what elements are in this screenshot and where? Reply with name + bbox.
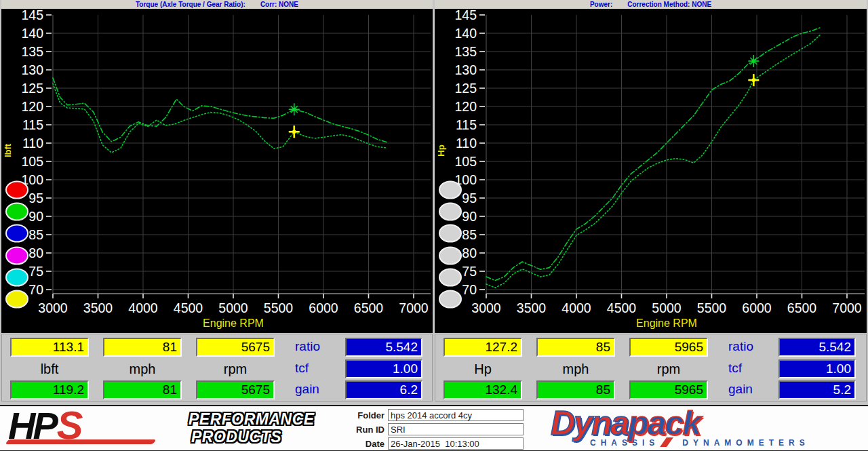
y-tick-label: 130 bbox=[21, 62, 43, 77]
unit-label-lbft: lbft bbox=[10, 361, 89, 377]
run-power-value: 132.4 bbox=[443, 380, 522, 399]
dynapack-slash-icon bbox=[660, 437, 673, 447]
gain-label: gain bbox=[728, 382, 753, 397]
channel-button[interactable] bbox=[6, 225, 28, 242]
y-tick-label: 140 bbox=[454, 26, 477, 41]
grid-lines bbox=[486, 15, 865, 294]
y-tick-label: 135 bbox=[454, 44, 477, 59]
dynapack-logo: Dynapack CHASSISDYNAMOMETERS bbox=[551, 406, 856, 448]
gain-value: 6.2 bbox=[345, 380, 422, 399]
x-tick-label: 4000 bbox=[128, 300, 158, 315]
tcf-value: 1.00 bbox=[778, 359, 856, 378]
dynapack-wordmark: Dynapack bbox=[551, 406, 856, 440]
cursor-rpm-value: 5965 bbox=[629, 338, 708, 357]
channel-button[interactable] bbox=[439, 182, 461, 199]
run-rpm-value: 5965 bbox=[629, 380, 708, 399]
y-tick-label: 130 bbox=[454, 62, 477, 77]
dynapack-pack-text: pack bbox=[628, 404, 700, 442]
channel-button[interactable] bbox=[6, 291, 28, 308]
x-axis-ticks: 300035004000450050005500600065007000 bbox=[471, 294, 862, 315]
power-chart-title: Power: bbox=[590, 1, 612, 8]
channel-button[interactable] bbox=[439, 203, 461, 220]
y-tick-label: 75 bbox=[28, 264, 43, 279]
ratio-label: ratio bbox=[728, 339, 753, 354]
torque-chart-titlebar: Torque (Axle Torque / Gear Ratio):Corr: … bbox=[1, 0, 433, 9]
y-axis-title: Hp bbox=[436, 144, 446, 156]
dynapack-dynamometers-text: DYNAMOMETERS bbox=[682, 438, 809, 448]
x-tick-label: 4500 bbox=[174, 300, 203, 315]
x-tick-label: 6500 bbox=[354, 300, 384, 315]
y-tick-label: 140 bbox=[21, 26, 43, 41]
folder-input[interactable] bbox=[388, 409, 524, 421]
channel-button[interactable] bbox=[439, 248, 461, 264]
unit-label-mph: mph bbox=[103, 361, 182, 377]
run-speed-value: 81 bbox=[103, 380, 182, 399]
y-tick-label: 105 bbox=[21, 154, 43, 169]
y-tick-label: 105 bbox=[454, 154, 477, 169]
date-label: Date bbox=[342, 439, 384, 449]
date-input[interactable] bbox=[388, 437, 524, 450]
torque-readout-panel: 113.1 81 5675 lbft mph rpm 119.2 81 5675… bbox=[1, 334, 433, 401]
x-tick-label: 3500 bbox=[83, 300, 113, 315]
x-tick-label: 6000 bbox=[309, 300, 338, 315]
y-tick-label: 85 bbox=[28, 227, 43, 242]
hps-performance-text: PERFORMANCE bbox=[189, 410, 315, 428]
channel-button[interactable] bbox=[439, 291, 461, 308]
run-rpm-value: 5675 bbox=[196, 380, 275, 399]
gain-value: 5.2 bbox=[778, 380, 856, 399]
power-run-dashdot bbox=[486, 28, 820, 281]
ratio-value: 5.542 bbox=[778, 338, 856, 357]
folder-label: Folder bbox=[342, 410, 384, 420]
y-tick-label: 120 bbox=[454, 99, 477, 114]
channel-button[interactable] bbox=[439, 225, 461, 242]
y-tick-label: 125 bbox=[454, 81, 477, 96]
branding-bar: HPS PERFORMANCE PRODUCTS Folder Run ID D… bbox=[0, 405, 868, 451]
cursor-rpm-value: 5675 bbox=[196, 338, 275, 357]
channel-button[interactable] bbox=[6, 269, 28, 286]
channel-button[interactable] bbox=[6, 203, 28, 220]
x-axis-ticks: 300035004000450050005500600065007000 bbox=[38, 294, 429, 315]
dynapack-chassis-text: CHASSIS bbox=[590, 438, 659, 448]
channel-button[interactable] bbox=[439, 269, 461, 286]
cursor-marker[interactable] bbox=[748, 74, 759, 86]
unit-label-hp: Hp bbox=[443, 361, 522, 377]
torque-chart-title: Torque (Axle Torque / Gear Ratio): bbox=[136, 1, 245, 8]
unit-label-rpm: rpm bbox=[629, 361, 708, 377]
run-id-row: Run ID bbox=[342, 423, 524, 435]
y-tick-label: 95 bbox=[28, 191, 43, 205]
dynapack-dyna-text: Dyna bbox=[551, 404, 628, 442]
y-tick-label: 110 bbox=[22, 136, 43, 151]
power-chart-panel: Power:Correction Method: NONE 7075808590… bbox=[435, 0, 867, 333]
y-axis-title: lbft bbox=[3, 143, 13, 157]
y-tick-label: 120 bbox=[21, 99, 43, 114]
cursor-speed-value: 85 bbox=[536, 338, 615, 357]
x-tick-label: 5000 bbox=[652, 300, 682, 315]
y-tick-label: 85 bbox=[462, 227, 477, 242]
run-cursor-marker[interactable] bbox=[289, 103, 300, 115]
torque-chart-panel: Torque (Axle Torque / Gear Ratio):Corr: … bbox=[1, 0, 433, 333]
torque-run-dotted bbox=[53, 84, 387, 153]
power-correction-label: Correction Method: NONE bbox=[627, 1, 711, 8]
unit-label-mph: mph bbox=[536, 361, 615, 377]
unit-label-rpm: rpm bbox=[196, 361, 275, 377]
run-cursor-marker[interactable] bbox=[748, 55, 759, 67]
gain-label: gain bbox=[295, 382, 319, 397]
run-speed-value: 85 bbox=[536, 380, 615, 399]
x-axis-title: Engine RPM bbox=[203, 317, 264, 329]
run-id-input[interactable] bbox=[388, 423, 524, 435]
power-readout-panel: 127.2 85 5965 Hp mph rpm 132.4 85 5965 r… bbox=[435, 334, 867, 401]
y-tick-label: 95 bbox=[462, 191, 477, 205]
channel-button[interactable] bbox=[6, 248, 28, 264]
cursor-power-value: 127.2 bbox=[443, 338, 522, 357]
hps-logo-text: PERFORMANCE PRODUCTS bbox=[189, 410, 315, 446]
channel-button[interactable] bbox=[6, 182, 28, 199]
y-tick-label: 145 bbox=[21, 7, 43, 22]
tcf-label: tcf bbox=[295, 361, 309, 376]
hps-logo-swoosh bbox=[5, 439, 157, 444]
x-tick-label: 7000 bbox=[399, 300, 429, 315]
x-tick-label: 4000 bbox=[561, 300, 591, 315]
x-tick-label: 3500 bbox=[517, 300, 547, 315]
x-tick-label: 6000 bbox=[742, 300, 772, 315]
y-tick-label: 90 bbox=[462, 209, 477, 224]
power-chart-plot: 7075808590951001051101151201251301351401… bbox=[435, 0, 867, 333]
